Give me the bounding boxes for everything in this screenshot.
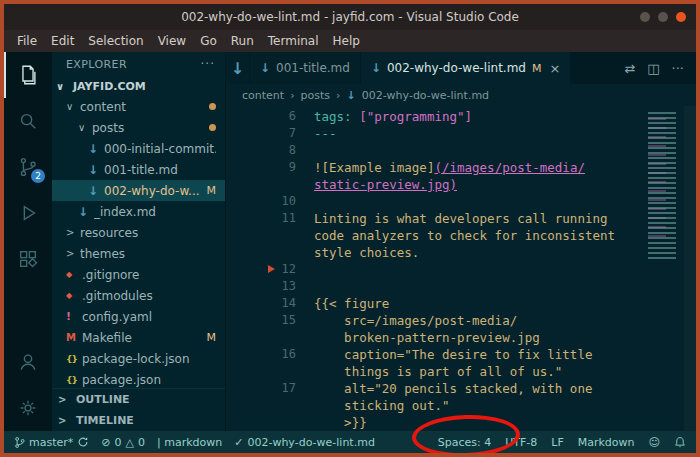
markdown-file-icon: ↓ <box>231 59 244 78</box>
markdown-file-icon: ↓ <box>88 163 104 177</box>
timeline-section[interactable]: > TIMELINE <box>52 410 225 431</box>
breadcrumb-content[interactable]: content <box>242 89 284 102</box>
source-control-icon[interactable]: 2 <box>4 144 52 190</box>
sync-icon <box>77 436 89 448</box>
git-modified-badge: M <box>532 62 542 75</box>
chevron-right-icon: > <box>66 248 80 259</box>
line-number: 15 <box>226 312 306 329</box>
workspace-root[interactable]: ∨ JAYFID.COM <box>52 76 225 96</box>
menu-selection[interactable]: Selection <box>81 32 150 50</box>
menu-file[interactable]: File <box>10 32 44 50</box>
sidebar-sections: > OUTLINE > TIMELINE <box>52 388 225 431</box>
sidebar-item-makefile[interactable]: M Makefile M <box>52 327 225 348</box>
sidebar-item-content[interactable]: ∨ content <box>52 96 225 117</box>
close-tab-icon[interactable]: × <box>549 61 560 76</box>
linter-status[interactable]: | markdown <box>157 436 222 449</box>
code-text: broken-pattern-preview.jpg <box>314 329 540 346</box>
sidebar-item-gitignore[interactable]: ◆ .gitignore <box>52 264 225 285</box>
code-text: things is part of all of us." <box>314 363 562 380</box>
breadcrumb-posts[interactable]: posts <box>301 89 331 102</box>
encoding-indicator[interactable]: UTF-8 <box>505 436 537 449</box>
outline-section[interactable]: > OUTLINE <box>52 389 225 410</box>
sidebar-item-001-title[interactable]: ↓ 001-title.md <box>52 159 225 180</box>
code-line: 11Linting is what developers call runnin… <box>226 210 646 227</box>
open-changes-icon[interactable]: ⇄ <box>624 61 635 76</box>
markdown-file-icon: ↓ <box>371 61 381 75</box>
line-number: 12 <box>226 261 306 278</box>
breadcrumb-file[interactable]: 002-why-do-we-lint.md <box>362 89 489 102</box>
explorer-more-icon[interactable]: ··· <box>201 57 215 71</box>
sidebar-item-config-yaml[interactable]: ! config.yaml <box>52 306 225 327</box>
minimize-button[interactable] <box>640 12 650 22</box>
line-number: 11 <box>226 210 306 227</box>
status-left: master* ⊘ 0 △ 0 | markdown ✓ 002-why-do-… <box>14 436 375 449</box>
sidebar-item-resources[interactable]: > resources <box>52 222 225 243</box>
vertical-scrollbar[interactable] <box>684 106 696 431</box>
close-button[interactable] <box>676 12 686 22</box>
window-controls <box>640 12 686 22</box>
code-line: 12 <box>226 261 646 278</box>
problems-indicator[interactable]: ⊘ 0 △ 0 <box>101 436 145 449</box>
sidebar-item-themes[interactable]: > themes <box>52 243 225 264</box>
code-lines[interactable]: 6tags: ["programming"] 7--- 8 9![Example… <box>226 106 646 431</box>
run-debug-icon[interactable] <box>4 190 52 236</box>
eol-indicator[interactable]: LF <box>551 436 563 449</box>
code-text: alt="20 pencils stacked, with one <box>314 380 592 397</box>
line-number: 9 <box>226 159 306 176</box>
menu-terminal[interactable]: Terminal <box>261 32 326 50</box>
notifications-bell-icon[interactable] <box>674 436 686 449</box>
line-number: 6 <box>226 108 306 125</box>
code-text: caption="The desire to fix little <box>314 346 592 363</box>
code-line: 17 alt="20 pencils stacked, with one <box>226 380 646 397</box>
menu-help[interactable]: Help <box>326 32 367 50</box>
settings-gear-icon[interactable] <box>4 385 52 431</box>
language-mode-indicator[interactable]: Markdown <box>578 436 635 449</box>
activity-bar: 2 <box>4 52 52 431</box>
sidebar-item-index-md[interactable]: ↓ _index.md <box>52 201 225 222</box>
sidebar-item-gitmodules[interactable]: ◆ .gitmodules <box>52 285 225 306</box>
sidebar-item-000-initial-commit[interactable]: ↓ 000-initial-commit.md <box>52 138 225 159</box>
split-editor-icon[interactable]: ◫ <box>647 61 659 76</box>
feedback-smiley-icon[interactable]: ☺ <box>649 436 660 449</box>
chevron-right-icon: > <box>66 227 80 238</box>
explorer-title: EXPLORER <box>66 58 127 71</box>
tab-002-why-do-we-lint[interactable]: ↓ 002-why-do-we-lint.md M × <box>361 52 571 84</box>
maximize-button[interactable] <box>658 12 668 22</box>
git-modified-badge: M <box>207 184 217 197</box>
tab-partial[interactable]: ↓ <box>226 52 250 84</box>
minimap[interactable] <box>646 110 684 431</box>
search-icon[interactable] <box>4 98 52 144</box>
menu-go[interactable]: Go <box>193 32 224 50</box>
markdownlint-file-status[interactable]: ✓ 002-why-do-we-lint.md <box>234 436 375 449</box>
git-file-icon: ◆ <box>66 291 82 300</box>
line-number: 17 <box>226 380 306 397</box>
line-number: 14 <box>226 295 306 312</box>
markdown-file-icon: ↓ <box>88 142 104 156</box>
sidebar-item-package-lock-json[interactable]: {} package-lock.json <box>52 348 225 369</box>
tab-bar: ↓ ↓ 001-title.md ↓ 002-why-do-we-lint.md… <box>226 52 696 84</box>
sidebar-item-posts[interactable]: ∨ posts <box>52 117 225 138</box>
markdown-file-icon: ↓ <box>346 89 355 102</box>
account-icon[interactable] <box>4 339 52 385</box>
sidebar-item-package-json[interactable]: {} package.json <box>52 369 225 388</box>
tab-001-title[interactable]: ↓ 001-title.md <box>250 52 361 84</box>
indentation-indicator[interactable]: Spaces: 4 <box>438 436 491 449</box>
code-text: >}} <box>314 414 367 431</box>
extensions-icon[interactable] <box>4 236 52 282</box>
error-icon: ⊘ <box>101 436 110 449</box>
code-line: 14{{< figure <box>226 295 646 312</box>
breadcrumb-separator: › <box>290 89 294 102</box>
title-bar[interactable]: 002-why-do-we-lint.md - jayfid.com - Vis… <box>4 4 696 30</box>
code-line: >}} <box>226 414 646 431</box>
branch-indicator[interactable]: master* <box>14 436 89 449</box>
modified-dot-badge <box>209 103 216 110</box>
sidebar-item-002-why-do-we-lint[interactable]: ↓ 002-why-do-w... M <box>52 180 225 201</box>
menu-view[interactable]: View <box>151 32 193 50</box>
line-number <box>226 176 306 193</box>
menu-edit[interactable]: Edit <box>44 32 81 50</box>
explorer-icon[interactable] <box>4 52 52 98</box>
breadcrumb-separator: › <box>336 89 340 102</box>
more-actions-icon[interactable]: ··· <box>672 61 684 76</box>
code-text: Linting is what developers call running <box>314 210 608 227</box>
menu-run[interactable]: Run <box>224 32 261 50</box>
